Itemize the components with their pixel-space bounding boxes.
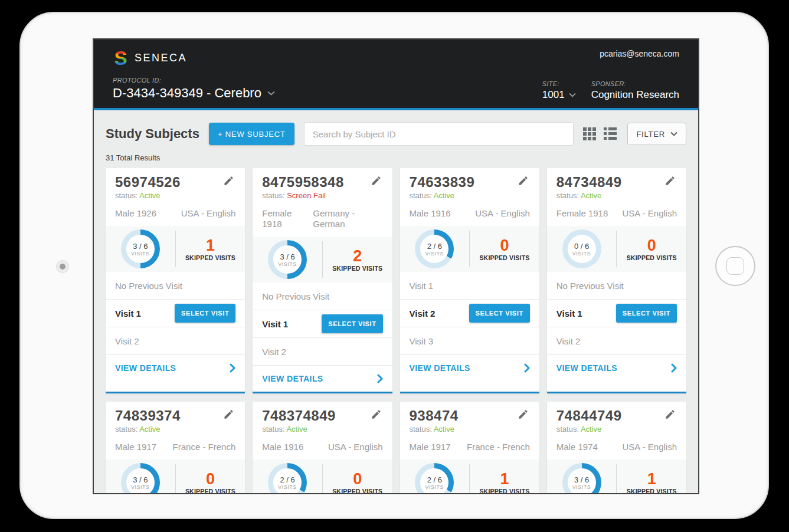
edit-pencil-icon[interactable] <box>663 174 677 188</box>
search-input[interactable] <box>304 122 574 146</box>
subject-locale: USA - English <box>622 442 677 452</box>
visits-fraction: 2 / 6 <box>280 475 294 484</box>
status-line: status: Active <box>410 191 530 201</box>
visit-label: No Previous Visit <box>262 291 329 301</box>
visit-label: Visit 2 <box>556 336 581 346</box>
visit-label: No Previous Visit <box>115 281 182 291</box>
subject-card: 84734849 status: Active Female 1918 USA … <box>547 168 686 393</box>
subject-card: 56974526 status: Active Male 1926 USA - … <box>106 168 245 393</box>
select-visit-button[interactable]: SELECT VISIT <box>469 304 530 323</box>
stats-band: 2 / 6 VISITS 1 SKIPPED VISITS <box>400 459 539 494</box>
skipped-visits-count: 0 <box>206 470 215 488</box>
visits-fraction: 2 / 6 <box>427 475 442 484</box>
skipped-visits-count: 0 <box>647 237 656 254</box>
chevron-down-icon <box>670 132 677 136</box>
edit-pencil-icon[interactable] <box>663 408 677 421</box>
visits-donut: 3 / 6 VISITS <box>121 229 160 268</box>
edit-pencil-icon[interactable] <box>516 174 530 188</box>
subject-grid: 56974526 status: Active Male 1926 USA - … <box>94 168 698 494</box>
chevron-down-icon <box>267 91 275 96</box>
edit-pencil-icon[interactable] <box>516 408 530 421</box>
chevron-right-icon <box>671 363 677 373</box>
status-line: status: Active <box>115 424 235 435</box>
status-line: status: Active <box>262 424 382 435</box>
subject-id: 748374849 <box>262 408 336 424</box>
status-line: status: Active <box>556 191 677 201</box>
subject-demographics: Female 1918 <box>556 208 608 219</box>
subject-demographics: Male 1917 <box>115 442 156 452</box>
stats-band: 3 / 6 VISITS 0 SKIPPED VISITS <box>106 459 245 494</box>
chevron-right-icon <box>377 374 383 383</box>
subject-demographics: Male 1916 <box>262 442 303 452</box>
visits-word: VISITS <box>572 484 591 490</box>
page-title: Study Subjects <box>106 126 199 142</box>
app-header: S SENECA pcarias@seneca.com PROTOCOL ID:… <box>94 40 698 110</box>
site-selector[interactable]: SITE: 1001 <box>542 80 576 101</box>
visit-label: Visit 1 <box>556 308 582 318</box>
chevron-right-icon <box>230 363 235 373</box>
visits-word: VISITS <box>278 261 297 267</box>
stats-band: 3 / 6 VISITS 1 SKIPPED VISITS <box>106 226 245 272</box>
visits-donut: 3 / 6 VISITS <box>562 463 601 494</box>
subject-demographics: Male 1974 <box>556 442 598 452</box>
select-visit-button[interactable]: SELECT VISIT <box>322 314 382 333</box>
edit-pencil-icon[interactable] <box>369 408 383 421</box>
protocol-label: PROTOCOL ID: <box>113 77 275 84</box>
new-subject-button[interactable]: + NEW SUBJECT <box>209 123 294 145</box>
view-details-button[interactable]: VIEW DETAILS <box>400 355 539 381</box>
visits-donut: 2 / 6 VISITS <box>415 229 454 268</box>
home-button[interactable] <box>715 246 755 286</box>
stats-band: 2 / 6 VISITS 0 SKIPPED VISITS <box>400 226 539 272</box>
visit-label: Visit 2 <box>115 336 139 346</box>
protocol-selector[interactable]: PROTOCOL ID: D-3434-349349 - Cerebro <box>113 77 275 101</box>
stats-band: 3 / 6 VISITS 1 SKIPPED VISITS <box>547 459 686 494</box>
skipped-visits-label: SKIPPED VISITS <box>185 488 235 494</box>
status-line: status: Active <box>410 424 530 435</box>
status-badge: Active <box>581 191 601 200</box>
edit-pencil-icon[interactable] <box>222 174 235 188</box>
site-value: 1001 <box>542 89 565 101</box>
subject-locale: France - French <box>173 442 236 452</box>
select-visit-button[interactable]: SELECT VISIT <box>175 304 235 323</box>
view-details-button[interactable]: VIEW DETAILS <box>253 366 392 392</box>
subject-demographics: Male 1926 <box>115 208 156 219</box>
visit-row: Visit 1 <box>400 272 539 300</box>
stats-band: 2 / 6 VISITS 0 SKIPPED VISITS <box>253 459 392 494</box>
subject-id: 74844749 <box>556 408 622 424</box>
visits-fraction: 2 / 6 <box>427 242 442 251</box>
visits-fraction: 3 / 6 <box>133 242 148 251</box>
subject-locale: USA - English <box>475 208 530 219</box>
visit-label: Visit 2 <box>262 347 286 357</box>
status-badge: Screen Fail <box>287 191 326 200</box>
visits-donut: 2 / 6 VISITS <box>415 463 454 494</box>
edit-pencil-icon[interactable] <box>369 174 383 188</box>
visit-row: No Previous Visit <box>253 283 392 310</box>
subject-id: 74633839 <box>410 174 475 191</box>
visits-word: VISITS <box>131 484 150 490</box>
front-camera-icon <box>56 260 69 273</box>
grid-view-button[interactable] <box>583 127 596 140</box>
edit-pencil-icon[interactable] <box>222 408 235 421</box>
skipped-visits-label: SKIPPED VISITS <box>185 254 235 261</box>
sponsor-block: SPONSER: Cognition Research <box>591 80 679 101</box>
subject-locale: Germany - German <box>313 208 382 229</box>
skipped-visits-label: SKIPPED VISITS <box>332 265 382 272</box>
visits-word: VISITS <box>572 251 591 257</box>
tablet-frame: S SENECA pcarias@seneca.com PROTOCOL ID:… <box>19 12 769 519</box>
subject-locale: USA - English <box>181 208 236 219</box>
visit-row: Visit 1 SELECT VISIT <box>106 300 245 327</box>
filter-button[interactable]: FILTER <box>627 123 686 145</box>
skipped-visits-label: SKIPPED VISITS <box>627 488 677 494</box>
subject-card: 748374849 status: Active Male 1916 USA -… <box>253 402 392 494</box>
visit-list: Visit 1 Visit 2 SELECT VISIT Visit 3 <box>400 272 539 355</box>
skipped-visits-label: SKIPPED VISITS <box>479 488 529 494</box>
list-view-button[interactable] <box>604 127 617 140</box>
view-details-button[interactable]: VIEW DETAILS <box>106 355 245 381</box>
visits-word: VISITS <box>278 484 297 490</box>
subject-card: 8475958348 status: Screen Fail Female 19… <box>253 168 392 393</box>
subject-locale: USA - English <box>328 442 383 452</box>
view-details-button[interactable]: VIEW DETAILS <box>547 355 686 381</box>
status-badge: Active <box>434 191 454 200</box>
chevron-down-icon <box>569 93 576 97</box>
select-visit-button[interactable]: SELECT VISIT <box>616 304 677 323</box>
